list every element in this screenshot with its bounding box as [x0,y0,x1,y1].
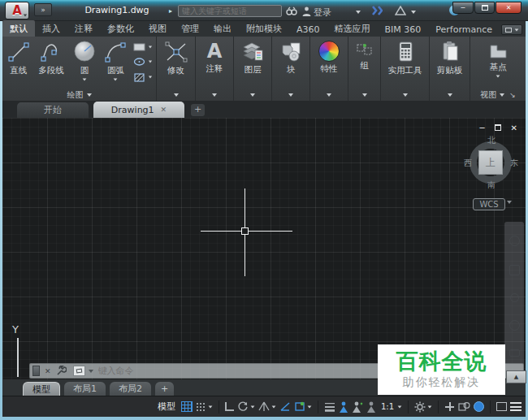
draw-panel-title[interactable]: 绘图 [2,89,156,101]
quick-access-expand-button[interactable]: » [34,3,52,16]
navbar-up-arrow-button[interactable]: ▲ [506,370,526,383]
ribbon-display-button[interactable] [501,24,522,35]
signin-button[interactable]: 登录 [314,6,331,19]
rectangle-tool-button[interactable] [133,43,153,51]
a360-icon[interactable] [395,6,406,15]
help-search-box[interactable] [178,5,282,17]
exchange-apps-icon[interactable] [372,6,383,15]
tab-insert[interactable]: 插入 [35,20,67,37]
group-button[interactable]: 组 [355,37,374,88]
polar-tracking-button[interactable] [237,401,255,412]
isometric-drafting-button[interactable] [258,401,276,412]
file-tab-drawing1[interactable]: Drawing1 ✕ [93,102,184,118]
properties-button[interactable]: 特性 [318,37,340,88]
annotation-scale-person-button[interactable] [366,401,376,413]
ortho-mode-button[interactable] [225,402,234,411]
help-search-input[interactable] [179,6,281,16]
customization-menu-button[interactable] [510,402,522,411]
close-button[interactable]: ✕ [496,2,522,14]
utilities-panel-title[interactable] [381,89,429,101]
autoscale-button[interactable] [352,401,363,413]
basepoint-button[interactable]: 基点 [486,37,510,88]
layers-panel-title[interactable] [234,89,271,101]
hatch-tool-button[interactable] [133,72,153,82]
lineweight-button[interactable] [324,402,335,412]
user-icon[interactable] [302,6,311,16]
tab-view[interactable]: 视图 [141,20,174,37]
signin-dropdown-icon[interactable] [356,11,361,14]
grid-display-button[interactable] [181,401,193,412]
close-tab-icon[interactable]: ✕ [161,106,167,114]
command-customize-wrench-icon[interactable] [56,366,67,376]
workspace-switching-button[interactable] [414,401,432,413]
application-menu-button[interactable]: A [5,2,29,19]
snap-mode-button[interactable] [196,402,213,412]
tab-a360[interactable]: A360 [289,22,327,37]
utilities-button[interactable]: 实用工具 [388,37,422,88]
tab-default[interactable]: 默认 [2,20,35,37]
panel-launcher-icon[interactable]: ↘ [509,91,516,99]
zoom-icon[interactable] [510,293,519,302]
annotation-monitor-button[interactable] [444,401,455,412]
viewcube[interactable]: 上 北 西 东 南 [467,137,517,191]
model-space-button[interactable]: 模型 [158,401,175,413]
polyline-button[interactable]: 多段线 [32,37,69,88]
layout-tab-layout2[interactable]: 布局2 [110,382,151,396]
drawing-restore-icon[interactable] [495,124,501,131]
maximize-button[interactable] [474,2,495,14]
wcs-dropdown-icon[interactable] [507,201,512,204]
tab-bim360[interactable]: BIM 360 [378,22,429,37]
viewcube-north-label[interactable]: 北 [487,135,496,146]
viewcube-east-label[interactable]: 东 [510,158,518,169]
search-binoculars-icon[interactable] [286,6,297,15]
drawing-canvas[interactable]: ─ ✕ 上 北 西 东 南 WCS Y ✕ ▲ [2,118,526,379]
drawing-minimize-icon[interactable]: ─ [480,124,485,132]
layout-tab-model[interactable]: 模型 [23,382,60,396]
new-drawing-tab-button[interactable]: + [191,104,205,116]
orbit-icon[interactable] [509,320,520,331]
tab-parametric[interactable]: 参数化 [100,20,141,37]
object-snap-tracking-button[interactable] [279,401,291,412]
tab-output[interactable]: 输出 [206,20,239,37]
annotation-scale-button[interactable]: 1:1 [379,402,402,411]
navigation-bar[interactable] [504,222,524,370]
modify-panel-title[interactable] [157,89,195,101]
object-snap-button[interactable] [294,401,312,412]
annotate-button[interactable]: A 注释 [206,37,223,88]
command-recent-dropdown-icon[interactable] [89,370,93,373]
viewcube-south-label[interactable]: 南 [487,180,496,191]
tab-manage[interactable]: 管理 [174,20,206,37]
group-panel-title[interactable] [348,89,380,101]
layout-tab-layout1[interactable]: 布局1 [64,382,106,396]
clipboard-panel-title[interactable] [430,89,470,101]
viewcube-top-face[interactable]: 上 [478,150,503,175]
arc-button[interactable]: 圆弧 [100,37,132,88]
search-expand-icon[interactable]: ▸ [169,6,177,16]
command-close-icon[interactable]: ✕ [45,367,51,375]
viewcube-west-label[interactable]: 西 [464,158,472,169]
ellipse-tool-button[interactable] [133,58,153,66]
modify-button[interactable]: 修改 [164,37,188,88]
annotate-panel-title[interactable] [196,89,233,101]
view-panel-title[interactable]: 视图 ↘ [470,89,526,101]
tab-addins[interactable]: 附加模块 [239,20,289,37]
minimize-button[interactable]: ─ [452,2,474,14]
clipboard-button[interactable]: 剪贴板 [437,37,463,88]
drawing-close-icon[interactable]: ✕ [511,124,517,132]
annotation-visibility-button[interactable] [339,401,348,413]
line-button[interactable]: 直线 [4,37,32,88]
showmotion-icon[interactable] [509,349,520,357]
circle-button[interactable]: 圆 [69,37,99,88]
tab-annotate[interactable]: 注释 [67,20,100,37]
layers-button[interactable]: 图层 [240,37,265,88]
command-recent-icon[interactable] [73,366,85,376]
block-panel-title[interactable] [272,89,309,101]
pan-icon[interactable] [509,265,520,275]
block-button[interactable]: 块 [279,37,303,88]
hardware-acceleration-button[interactable] [474,401,484,412]
file-tab-start[interactable]: 开始 [17,102,89,118]
wcs-dropdown-button[interactable]: WCS [473,198,505,210]
navigation-wheel-icon[interactable] [509,236,520,246]
clean-screen-button[interactable] [496,402,507,411]
new-layout-button[interactable]: + [155,382,174,396]
